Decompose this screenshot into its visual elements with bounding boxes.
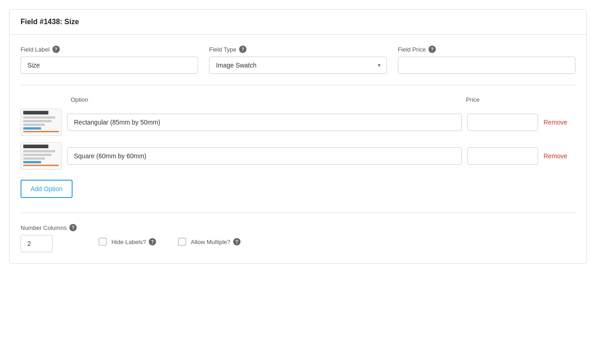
number-columns-label: Number Columns ? bbox=[21, 224, 77, 231]
hide-labels-label: Hide Labels? ? bbox=[111, 238, 156, 245]
field-type-label: Field Type ? bbox=[209, 46, 387, 53]
field-type-group: Field Type ? Image Swatch Text Color Swa… bbox=[209, 46, 387, 74]
top-form-row: Field Label ? Field Type ? Image Swatch bbox=[21, 46, 575, 74]
field-label-help-icon[interactable]: ? bbox=[52, 46, 60, 53]
option-row-1: Remove bbox=[21, 109, 575, 136]
thumbnail-mock-2 bbox=[21, 143, 61, 169]
card-body: Field Label ? Field Type ? Image Swatch bbox=[10, 35, 586, 263]
field-label-group: Field Label ? bbox=[21, 46, 198, 74]
allow-multiple-checkbox[interactable] bbox=[178, 238, 186, 246]
hide-labels-group: Hide Labels? ? bbox=[99, 224, 156, 246]
field-type-select[interactable]: Image Swatch Text Color Swatch Dropdown … bbox=[209, 57, 387, 74]
number-columns-group: Number Columns ? bbox=[21, 224, 77, 252]
option-input-1[interactable] bbox=[67, 114, 462, 131]
option-thumbnail-2 bbox=[21, 142, 62, 170]
field-price-label: Field Price ? bbox=[398, 46, 575, 53]
option-thumbnail-1 bbox=[21, 109, 62, 136]
allow-multiple-label: Allow Multiple? ? bbox=[191, 238, 240, 245]
options-header: Option Price bbox=[21, 96, 575, 103]
hide-labels-help-icon[interactable]: ? bbox=[149, 238, 156, 245]
thumbnail-mock-1 bbox=[21, 109, 61, 135]
options-section: Option Price bbox=[21, 96, 575, 202]
options-header-price-label: Price bbox=[466, 96, 539, 103]
remove-button-2[interactable]: Remove bbox=[544, 152, 575, 160]
divider-1 bbox=[21, 85, 575, 85]
hide-labels-checkbox[interactable] bbox=[99, 238, 107, 246]
number-columns-input[interactable] bbox=[21, 235, 52, 252]
page-wrapper: Field #1438: Size Field Label ? Field Ty… bbox=[0, 9, 596, 364]
field-type-help-icon[interactable]: ? bbox=[239, 46, 246, 53]
field-price-group: Field Price ? bbox=[398, 46, 575, 74]
option-row-2: Remove bbox=[21, 142, 575, 170]
number-columns-help-icon[interactable]: ? bbox=[69, 224, 77, 231]
add-option-button[interactable]: Add Option bbox=[21, 180, 73, 198]
field-label-input[interactable] bbox=[21, 57, 198, 74]
options-header-option-label: Option bbox=[71, 96, 466, 103]
option-input-2[interactable] bbox=[67, 147, 462, 165]
field-price-input[interactable] bbox=[398, 57, 575, 74]
option-price-input-1[interactable] bbox=[467, 114, 538, 131]
divider-2 bbox=[21, 213, 575, 213]
remove-button-1[interactable]: Remove bbox=[544, 119, 575, 126]
field-type-select-wrapper: Image Swatch Text Color Swatch Dropdown … bbox=[209, 57, 387, 74]
field-card: Field #1438: Size Field Label ? Field Ty… bbox=[9, 9, 587, 264]
field-price-help-icon[interactable]: ? bbox=[429, 46, 436, 53]
field-label-label: Field Label ? bbox=[21, 46, 198, 53]
option-price-input-2[interactable] bbox=[467, 147, 538, 165]
bottom-section: Number Columns ? Hide Labels? ? bbox=[21, 224, 575, 252]
card-header: Field #1438: Size bbox=[10, 10, 586, 35]
page-title: Field #1438: Size bbox=[21, 18, 575, 26]
allow-multiple-group: Allow Multiple? ? bbox=[178, 224, 240, 246]
allow-multiple-help-icon[interactable]: ? bbox=[233, 238, 240, 245]
